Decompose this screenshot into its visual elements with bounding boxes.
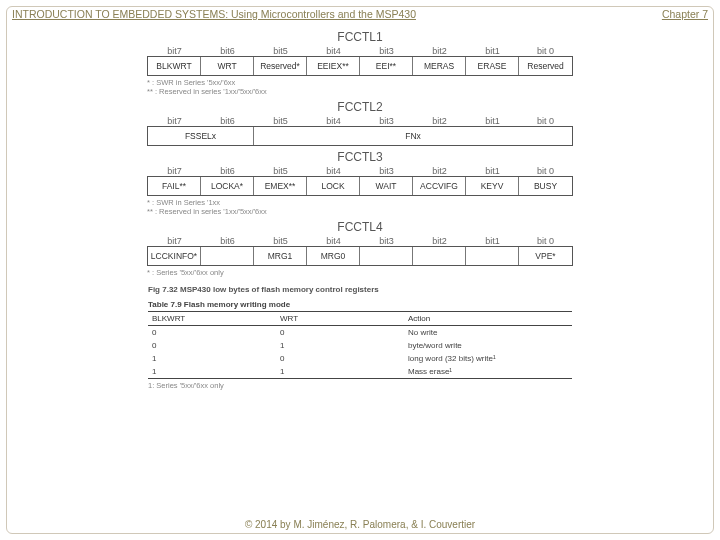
- bit-label: bit3: [360, 116, 413, 126]
- note-line: ** : Reserved in series '1xx/'5xx/'6xx: [147, 207, 571, 216]
- register-field: [466, 247, 519, 265]
- register-field: EEI**: [360, 57, 413, 75]
- bit-label: bit3: [360, 236, 413, 246]
- register-block: FCCTL2bit7bit6bit5bit4bit3bit2bit1bit 0F…: [147, 100, 573, 146]
- bit-label: bit 0: [519, 116, 572, 126]
- register-field: VPE*: [519, 247, 572, 265]
- bit-label: bit4: [307, 166, 360, 176]
- table-row: 01byte/word write: [148, 339, 572, 352]
- bit-label: bit4: [307, 236, 360, 246]
- register-field: WAIT: [360, 177, 413, 195]
- chapter-label: Chapter 7: [662, 8, 708, 20]
- bit-label: bit4: [307, 46, 360, 56]
- register-field-row: BLKWRTWRTReserved*EEIEX**EEI**MERASERASE…: [147, 56, 573, 76]
- bit-label: bit 0: [519, 236, 572, 246]
- register-field: BUSY: [519, 177, 572, 195]
- footer-copyright: © 2014 by M. Jiménez, R. Palomera, & I. …: [0, 519, 720, 530]
- register-field-row: FAIL**LOCKA*EMEX**LOCKWAITACCVIFGKEYVBUS…: [147, 176, 573, 196]
- bit-label-row: bit7bit6bit5bit4bit3bit2bit1bit 0: [147, 46, 573, 56]
- bit-label: bit6: [201, 236, 254, 246]
- bit-label: bit1: [466, 116, 519, 126]
- register-field: KEYV: [466, 177, 519, 195]
- bit-label: bit7: [148, 46, 201, 56]
- register-block: FCCTL4bit7bit6bit5bit4bit3bit2bit1bit 0L…: [147, 220, 573, 277]
- table-row: 10long word (32 bits) write¹: [148, 352, 572, 365]
- register-field: Reserved*: [254, 57, 307, 75]
- table-cell: 0: [148, 326, 276, 339]
- bit-label: bit2: [413, 166, 466, 176]
- bit-label: bit3: [360, 166, 413, 176]
- note-line: * : Series '5xx/'6xx only: [147, 268, 571, 277]
- register-field: ACCVIFG: [413, 177, 466, 195]
- register-title: FCCTL2: [147, 100, 573, 114]
- content: FCCTL1bit7bit6bit5bit4bit3bit2bit1bit 0B…: [0, 26, 720, 508]
- register-field: BLKWRT: [148, 57, 201, 75]
- table-cell: 1: [276, 339, 404, 352]
- bit-label: bit1: [466, 166, 519, 176]
- register-title: FCCTL3: [147, 150, 573, 164]
- register-block: FCCTL3bit7bit6bit5bit4bit3bit2bit1bit 0F…: [147, 150, 573, 216]
- bit-label: bit5: [254, 166, 307, 176]
- register-field: [201, 247, 254, 265]
- note-line: * : SWR in Series '1xx: [147, 198, 571, 207]
- register-title: FCCTL4: [147, 220, 573, 234]
- table-cell: No write: [404, 326, 572, 339]
- register-field: LOCKA*: [201, 177, 254, 195]
- register-field: FAIL**: [148, 177, 201, 195]
- register-field-row: FSSELxFNx: [147, 126, 573, 146]
- bit-label-row: bit7bit6bit5bit4bit3bit2bit1bit 0: [147, 116, 573, 126]
- register-block: FCCTL1bit7bit6bit5bit4bit3bit2bit1bit 0B…: [147, 30, 573, 96]
- bit-label: bit 0: [519, 46, 572, 56]
- table-cell: 1: [148, 365, 276, 378]
- register-field: LOCK: [307, 177, 360, 195]
- bit-label: bit2: [413, 236, 466, 246]
- bit-label: bit5: [254, 236, 307, 246]
- register-field-row: LCCKINFO*MRG1MRG0VPE*: [147, 246, 573, 266]
- figure-caption: Fig 7.32 MSP430 low bytes of flash memor…: [148, 285, 572, 294]
- bit-label: bit7: [148, 166, 201, 176]
- table-row: 11Mass erase¹: [148, 365, 572, 378]
- bit-label: bit 0: [519, 166, 572, 176]
- register-notes: * : SWR in Series '5xx/'6xx** : Reserved…: [147, 78, 571, 96]
- register-field: EEIEX**: [307, 57, 360, 75]
- register-field: Reserved: [519, 57, 572, 75]
- writing-mode-table: BLKWRT WRT Action 00No write01byte/word …: [148, 311, 572, 390]
- register-field: MERAS: [413, 57, 466, 75]
- register-field: [413, 247, 466, 265]
- table-header: BLKWRT: [148, 312, 276, 325]
- table-header: Action: [404, 312, 572, 325]
- register-title: FCCTL1: [147, 30, 573, 44]
- register-field: LCCKINFO*: [148, 247, 201, 265]
- table-cell: long word (32 bits) write¹: [404, 352, 572, 365]
- book-title: INTRODUCTION TO EMBEDDED SYSTEMS: Using …: [12, 8, 416, 20]
- bit-label: bit5: [254, 46, 307, 56]
- table-cell: byte/word write: [404, 339, 572, 352]
- register-field: ERASE: [466, 57, 519, 75]
- register-field: FSSELx: [148, 127, 254, 145]
- bit-label: bit6: [201, 166, 254, 176]
- table-cell: 0: [276, 352, 404, 365]
- bit-label: bit3: [360, 46, 413, 56]
- bit-label: bit1: [466, 46, 519, 56]
- note-line: * : SWR in Series '5xx/'6xx: [147, 78, 571, 87]
- table-header-row: BLKWRT WRT Action: [148, 311, 572, 326]
- register-field: WRT: [201, 57, 254, 75]
- note-line: ** : Reserved in series '1xx/'5xx/'6xx: [147, 87, 571, 96]
- bit-label: bit7: [148, 236, 201, 246]
- register-field: EMEX**: [254, 177, 307, 195]
- bit-label: bit6: [201, 46, 254, 56]
- table-note: 1: Series '5xx/'6xx only: [148, 381, 572, 390]
- table-cell: 0: [276, 326, 404, 339]
- register-field: MRG1: [254, 247, 307, 265]
- register-field: FNx: [254, 127, 572, 145]
- bit-label: bit2: [413, 116, 466, 126]
- header: INTRODUCTION TO EMBEDDED SYSTEMS: Using …: [12, 8, 708, 20]
- table-cell: 1: [276, 365, 404, 378]
- bit-label: bit1: [466, 236, 519, 246]
- table-cell: Mass erase¹: [404, 365, 572, 378]
- register-field: MRG0: [307, 247, 360, 265]
- bit-label-row: bit7bit6bit5bit4bit3bit2bit1bit 0: [147, 236, 573, 246]
- bit-label: bit2: [413, 46, 466, 56]
- table-caption: Table 7.9 Flash memory writing mode: [148, 300, 572, 309]
- bit-label: bit6: [201, 116, 254, 126]
